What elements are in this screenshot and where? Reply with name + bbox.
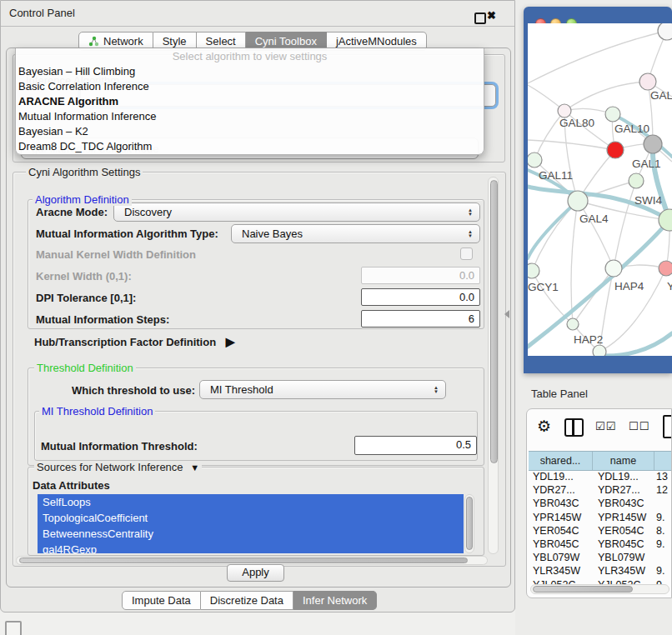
column-header-partial[interactable] (654, 452, 672, 470)
select-all-icon[interactable]: ☑☑ (595, 420, 616, 432)
table-cell: 9. (654, 564, 672, 578)
network-edge[interactable] (573, 268, 614, 324)
table-row[interactable]: YJL052CYJL052C9 (529, 578, 672, 585)
apply-button[interactable]: Apply (227, 564, 284, 582)
tab-label: Cyni Toolbox (255, 35, 317, 48)
table-cell: YBL079W (529, 551, 593, 564)
table-hscrollbar[interactable] (530, 584, 669, 594)
which-threshold-select[interactable]: MI Threshold ▲▼ (199, 380, 446, 399)
control-panel-window: Control Panel ✖ Network Style Select Cyn… (0, 0, 515, 612)
network-view-window[interactable]: GALGAL80GAL10GAL1GAL11SWI4GAL4GCY1HAP4YH… (524, 7, 672, 373)
network-edge[interactable] (564, 82, 648, 111)
split-handle-arrow[interactable] (504, 310, 509, 318)
column-header-shared[interactable]: shared... (529, 452, 593, 470)
tab-label: Infer Network (303, 594, 367, 607)
table-cell: YBR043C (529, 497, 593, 510)
network-node-swi4[interactable] (629, 173, 644, 188)
algorithm-option[interactable]: Basic Correlation Inference (16, 79, 484, 94)
network-node-gcy1[interactable] (528, 263, 539, 278)
network-node-y[interactable] (659, 261, 672, 276)
algorithm-definition-title: Algorithm Definition (33, 193, 132, 206)
algorithm-option[interactable]: Bayesian – K2 (16, 124, 484, 139)
table-row[interactable]: YPR145WYPR145W9. (529, 511, 672, 524)
dpi-tolerance-label: DPI Tolerance [0,1]: (36, 292, 136, 304)
network-edge[interactable] (578, 201, 614, 268)
table-row[interactable]: YBR043CYBR043C (529, 497, 672, 510)
attribute-item[interactable]: gal4RGexp (38, 542, 464, 553)
table-cell: 8. (654, 524, 672, 538)
attribute-item[interactable]: BetweennessCentrality (38, 526, 464, 542)
mi-steps-field[interactable]: 6 (361, 310, 480, 328)
node-label: GAL (650, 89, 672, 102)
tab-label: Discretize Data (210, 594, 283, 607)
algorithm-option[interactable]: Bayesian – Hill Climbing (16, 64, 484, 79)
mi-type-select[interactable]: Naive Bayes ▲▼ (231, 224, 480, 243)
tab-label: Network (103, 35, 143, 48)
aracne-mode-label: Aracne Mode: (36, 206, 108, 218)
collapsed-panel-icon[interactable] (5, 621, 22, 635)
network-node[interactable] (658, 23, 672, 40)
table-row[interactable]: YBL079WYBL079W (529, 551, 672, 564)
deselect-all-icon[interactable]: ☐☐ (629, 420, 649, 432)
table-cell: YJL052C (593, 578, 654, 585)
settings-vscrollbar[interactable] (488, 177, 499, 554)
table-cell: YLR345W (593, 564, 654, 578)
algorithm-option[interactable]: ARACNE Algorithm (16, 94, 484, 109)
column-header-name[interactable]: name (593, 452, 654, 470)
network-node-gal[interactable] (639, 73, 656, 90)
network-node-gal1[interactable] (644, 135, 662, 153)
table-cell: YDL19... (529, 470, 593, 483)
network-edge-heavy[interactable] (653, 144, 669, 220)
network-node-gal11[interactable] (528, 152, 542, 168)
control-panel-titlebar[interactable]: Control Panel ✖ (1, 1, 514, 27)
mi-type-label: Mutual Information Algorithm Type: (36, 228, 218, 240)
network-canvas[interactable]: GALGAL80GAL10GAL1GAL11SWI4GAL4GCY1HAP4YH… (528, 23, 672, 356)
tab-label: Select (206, 35, 236, 48)
table-cell: YER054C (529, 524, 593, 538)
gear-icon[interactable]: ⚙ (537, 417, 551, 436)
table-row[interactable]: YDL19...YDL19...13 (529, 470, 672, 483)
table-cell: YBL079W (593, 551, 654, 564)
network-graph: GALGAL80GAL10GAL1GAL11SWI4GAL4GCY1HAP4YH… (528, 23, 672, 356)
attribute-item[interactable]: TopologicalCoefficient (38, 510, 464, 526)
network-node-hap2[interactable] (567, 318, 579, 330)
dpi-tolerance-field[interactable]: 0.0 (361, 288, 480, 306)
mi-threshold-field[interactable]: 0.5 (354, 436, 477, 455)
node-label: HAP2 (574, 333, 603, 346)
tab-discretize-data[interactable]: Discretize Data (201, 591, 293, 610)
split-panel-icon[interactable] (564, 418, 584, 437)
close-icon[interactable]: ✖ (487, 9, 496, 22)
sources-group-toggle[interactable]: Sources for Network Inference ▼ (34, 461, 202, 473)
export-table-icon[interactable] (663, 415, 672, 438)
aracne-mode-select[interactable]: Discovery ▲▼ (113, 202, 480, 222)
tab-infer-network[interactable]: Infer Network (293, 591, 377, 610)
network-node-gal80[interactable] (558, 104, 571, 118)
tab-impute-data[interactable]: Impute Data (122, 591, 201, 610)
algorithm-option[interactable]: Dream8 DC_TDC Algorithm (16, 139, 484, 154)
cyni-bottom-tabs: Impute Data Discretize Data Infer Networ… (122, 591, 377, 610)
table-cell: 12 (654, 483, 672, 497)
network-node-hap4[interactable] (605, 260, 622, 277)
table-row[interactable]: YBR045CYBR045C9. (529, 538, 672, 551)
float-window-icon[interactable] (474, 12, 486, 24)
which-threshold-value: MI Threshold (200, 383, 430, 396)
node-label: GAL4 (579, 212, 609, 225)
table-row[interactable]: YLR345WYLR345W9. (529, 564, 672, 578)
kernel-width-field[interactable]: 0.0 (361, 267, 480, 284)
hub-definition-toggle[interactable]: Hub/Transcription Factor Definition ▶ (34, 335, 235, 348)
network-edge-heavy[interactable] (528, 201, 578, 258)
network-edge[interactable] (532, 201, 578, 271)
network-node[interactable] (607, 142, 624, 158)
manual-kernel-checkbox[interactable] (460, 248, 473, 260)
attribute-item[interactable]: SelfLoops (38, 494, 464, 510)
hub-definition-label: Hub/Transcription Factor Definition (34, 336, 216, 348)
network-node-gal10[interactable] (605, 107, 620, 122)
table-cell: YLR345W (529, 564, 593, 578)
collapse-down-icon: ▼ (186, 462, 199, 472)
network-node[interactable] (593, 345, 606, 356)
table-row[interactable]: YDR27...YDR27...12 (529, 483, 672, 497)
attributes-scrollbar[interactable] (464, 494, 474, 553)
algorithm-option[interactable]: Mutual Information Inference (16, 109, 484, 124)
network-node-gal4[interactable] (568, 191, 588, 211)
table-row[interactable]: YER054CYER054C8. (529, 524, 672, 538)
